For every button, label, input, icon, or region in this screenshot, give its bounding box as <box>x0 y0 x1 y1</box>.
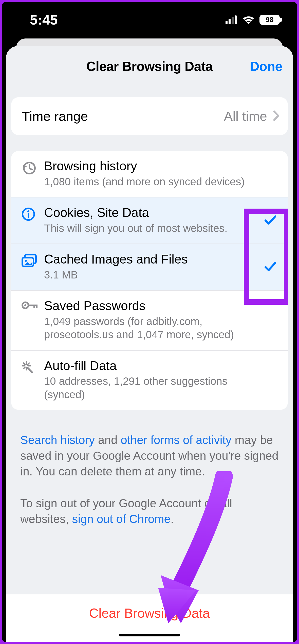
svg-point-12 <box>24 304 26 306</box>
done-button[interactable]: Done <box>250 59 282 74</box>
time-range-label: Time range <box>22 109 88 124</box>
home-indicator <box>119 634 180 636</box>
data-types-list: Browsing history 1,080 items (and more o… <box>11 151 288 410</box>
link-sign-out-chrome[interactable]: sign out of Chrome <box>72 512 171 526</box>
row-cached-images-files[interactable]: Cached Images and Files 3.1 MB <box>11 244 288 290</box>
svg-rect-14 <box>33 305 35 308</box>
device-screen: 5:45 <box>2 2 297 642</box>
sheet-title: Clear Browsing Data <box>86 59 213 74</box>
row-autofill-data[interactable]: Auto-fill Data 10 addresses, 1,291 other… <box>11 350 288 410</box>
row-title: Cookies, Site Data <box>44 206 255 220</box>
key-icon <box>21 299 44 310</box>
row-title: Saved Passwords <box>44 299 255 313</box>
images-icon <box>21 252 44 268</box>
status-time: 5:45 <box>30 12 58 28</box>
row-title: Browsing history <box>44 159 255 174</box>
row-subtitle: 1,080 items (and more on synced devices) <box>44 175 255 189</box>
svg-rect-15 <box>36 305 38 308</box>
row-cookies-site-data[interactable]: Cookies, Site Data This will sign you ou… <box>11 197 288 244</box>
row-subtitle: 10 addresses, 1,291 other suggestions (s… <box>44 375 255 401</box>
battery-icon: 98 <box>259 15 282 25</box>
row-subtitle: This will sign you out of most websites. <box>44 222 255 235</box>
row-saved-passwords[interactable]: Saved Passwords 1,049 passwords (for adb… <box>11 290 288 350</box>
row-title: Auto-fill Data <box>44 359 255 373</box>
wand-icon <box>21 359 44 375</box>
link-other-activity[interactable]: other forms of activity <box>121 433 231 447</box>
row-browsing-history[interactable]: Browsing history 1,080 items (and more o… <box>11 151 288 197</box>
time-range-value: All time <box>224 109 267 124</box>
row-title: Cached Images and Files <box>44 252 255 267</box>
info-icon <box>21 206 44 221</box>
row-subtitle: 3.1 MB <box>44 268 255 282</box>
bottom-action-bar: Clear Browsing Data <box>6 594 293 642</box>
status-bar: 5:45 <box>2 2 297 37</box>
svg-line-22 <box>24 367 25 369</box>
chevron-right-icon <box>273 110 280 122</box>
svg-point-6 <box>27 210 29 212</box>
annotation-outer-frame: 5:45 <box>0 0 299 644</box>
checkmark-icon <box>264 215 277 226</box>
svg-line-23 <box>28 363 29 365</box>
svg-rect-16 <box>26 367 33 374</box>
clear-browsing-data-button[interactable]: Clear Browsing Data <box>89 606 210 621</box>
status-icons: 98 <box>226 15 282 25</box>
wifi-icon <box>242 15 255 24</box>
time-range-row[interactable]: Time range All time <box>11 97 288 135</box>
svg-point-10 <box>25 260 27 262</box>
footer-note: Search history and other forms of activi… <box>11 410 288 527</box>
svg-rect-2 <box>232 17 234 24</box>
svg-rect-0 <box>226 21 228 24</box>
svg-rect-7 <box>28 213 29 218</box>
history-icon <box>21 159 44 176</box>
link-search-history[interactable]: Search history <box>20 433 95 447</box>
cellular-icon <box>226 15 238 24</box>
row-subtitle: 1,049 passwords (for adbitly.com, proseo… <box>44 315 255 341</box>
svg-rect-1 <box>229 19 231 24</box>
checkmark-icon <box>264 261 277 273</box>
modal-sheet: Clear Browsing Data Done Time range All … <box>6 46 293 642</box>
svg-rect-3 <box>235 15 237 24</box>
svg-line-21 <box>24 363 25 365</box>
sheet-header: Clear Browsing Data Done <box>6 46 293 87</box>
